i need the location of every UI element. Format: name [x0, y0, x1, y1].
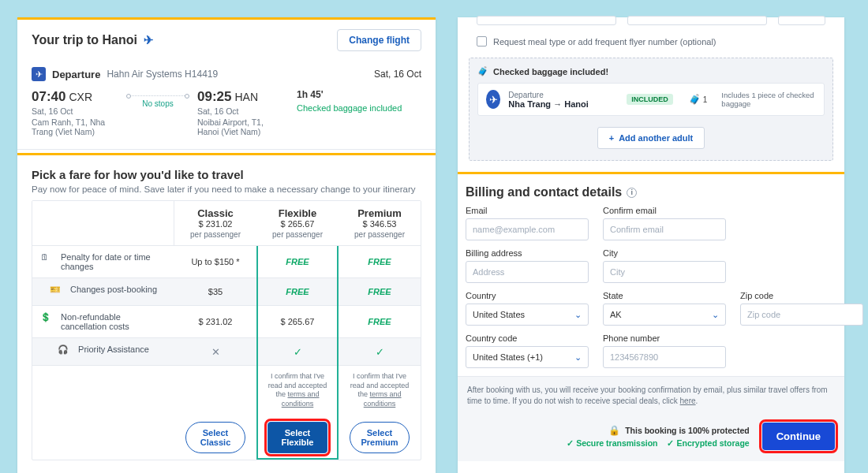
changes-classic: $35: [174, 278, 256, 306]
country-code-select[interactable]: United States (+1) ⌄: [466, 346, 589, 368]
add-adult-button[interactable]: +Add another adult: [597, 127, 705, 149]
billing-form: Email Confirm email Billing address City…: [458, 203, 844, 376]
email-label: Email: [466, 206, 589, 215]
meal-checkbox[interactable]: [477, 36, 487, 47]
baggage-card: ✈ Departure Nha Trang → Hanoi INCLUDED 🧳…: [477, 83, 825, 116]
check-icon: ✓: [667, 438, 674, 448]
cancel-premium: FREE: [339, 306, 421, 338]
baggage-dep-label: Departure: [508, 91, 619, 99]
baggage-included-label: Checked baggage included: [297, 103, 402, 113]
fare-col-classic: Classic $ 231.02 per passenger: [174, 201, 256, 246]
ticket-icon: 🎫: [50, 285, 64, 299]
lock-icon: 🔒: [608, 425, 620, 436]
dest-time: 09:25: [197, 89, 231, 105]
meal-option-label: Request meal type or add frequent flyer …: [493, 37, 716, 47]
chevron-down-icon: ⌄: [574, 310, 582, 320]
penalty-premium: FREE: [339, 246, 421, 278]
baggage-route: Nha Trang → Hanoi: [508, 99, 619, 109]
select-classic-button[interactable]: Select Classic: [185, 422, 245, 453]
luggage-icon: 🧳: [689, 94, 701, 105]
select-premium-button[interactable]: Select Premium: [350, 422, 410, 453]
state-select[interactable]: AK ⌄: [603, 304, 726, 326]
phone-label: Phone number: [603, 333, 726, 343]
calendar-icon: 🗓: [40, 252, 54, 266]
priority-classic: ✕: [174, 338, 256, 366]
premium-confirm-text: I confirm that I've read and accepted th…: [339, 366, 421, 415]
chevron-down-icon: ⌄: [574, 352, 582, 363]
country-select[interactable]: United States ⌄: [466, 304, 589, 326]
country-code-label: Country code: [466, 333, 589, 343]
billing-panel: Request meal type or add frequent flyer …: [458, 17, 844, 473]
city-label: City: [603, 248, 726, 258]
billing-address-input[interactable]: [466, 261, 589, 283]
changes-premium: FREE: [339, 278, 421, 306]
origin-date: Sat, 16 Oct: [32, 106, 118, 116]
check-icon: ✓: [294, 346, 302, 358]
email-input[interactable]: [466, 218, 589, 240]
cancel-classic: $ 231.02: [174, 306, 256, 338]
fare-subtext: Pay now for peace of mind. Save later if…: [32, 184, 421, 194]
change-flight-button[interactable]: Change flight: [337, 29, 421, 51]
no-stops-label: No stops: [126, 99, 189, 108]
state-label: State: [603, 291, 726, 300]
suitcase-icon: 🧳: [477, 66, 488, 76]
headset-icon: 🎧: [58, 345, 72, 359]
row-cancel: 💲 Non-refundable cancellation costs: [32, 306, 174, 338]
flight-date: Sat, 16 Oct: [374, 69, 421, 80]
penalty-flexible: FREE: [256, 246, 339, 278]
penalty-classic: Up to $150 *: [174, 246, 256, 278]
baggage-section: 🧳 Checked baggage included! ✈ Departure …: [469, 58, 833, 161]
cancel-flexible: $ 265.67: [256, 306, 339, 338]
collapsed-fields: [469, 16, 833, 25]
origin-code: CXR: [69, 91, 92, 103]
info-icon[interactable]: i: [627, 188, 637, 198]
origin-time: 07:40: [32, 89, 65, 105]
included-badge: INCLUDED: [627, 94, 673, 105]
zip-label: Zip code: [740, 291, 863, 300]
fare-heading: Pick a fare for how you'd like to travel: [32, 168, 421, 181]
priority-flexible: ✓: [256, 338, 339, 366]
duration: 1h 45': [297, 89, 402, 100]
chevron-down-icon: ⌄: [712, 310, 719, 320]
country-label: Country: [466, 291, 589, 300]
dest-code: HAN: [234, 91, 258, 103]
flight-code: Hahn Air Systems H14419: [107, 69, 218, 80]
dest-place: Noibai Airport, T1, Hanoi (Viet Nam): [197, 117, 284, 136]
booking-disclaimer: After booking with us, you will receive …: [458, 376, 844, 415]
row-priority: 🎧 Priority Assistance: [32, 338, 174, 366]
plus-icon: +: [609, 133, 614, 143]
fare-col-premium: Premium $ 346.53 per passenger: [339, 201, 421, 246]
check-icon: ✓: [567, 438, 574, 448]
billing-section-title: Billing and contact details: [466, 185, 622, 199]
origin-place: Cam Ranh, T1, Nha Trang (Viet Nam): [32, 117, 118, 136]
zip-input[interactable]: [740, 304, 863, 326]
confirm-email-label: Confirm email: [603, 206, 726, 215]
phone-input[interactable]: [603, 346, 726, 368]
luggage-count: 🧳 1: [689, 94, 708, 105]
baggage-heading: Checked baggage included!: [493, 67, 608, 76]
dest-date: Sat, 16 Oct: [197, 106, 284, 116]
origin-leg: 07:40CXR Sat, 16 Oct Cam Ranh, T1, Nha T…: [32, 89, 118, 136]
fare-col-flexible: Recommended Flexible $ 265.67 per passen…: [256, 201, 339, 246]
fare-table: Classic $ 231.02 per passenger Recommend…: [17, 200, 436, 473]
departure-label: Departure: [52, 69, 100, 80]
baggage-note: Includes 1 piece of checked baggage: [721, 91, 816, 108]
departure-icon: ✈: [32, 67, 46, 81]
check-icon: ✓: [376, 346, 384, 358]
trip-panel: Your trip to Hanoi ✈︎ Change flight ✈ De…: [17, 17, 436, 473]
row-changes: 🎫 Changes post-booking: [32, 278, 174, 306]
trip-title-text: Your trip to Hanoi: [32, 33, 137, 47]
protection-info: 🔒 This booking is 100% protected ✓Secure…: [567, 425, 750, 448]
priority-premium: ✓: [339, 338, 421, 366]
x-icon: ✕: [211, 346, 220, 358]
destination-leg: 09:25HAN Sat, 16 Oct Noibai Airport, T1,…: [197, 89, 284, 136]
row-penalty: 🗓 Penalty for date or time changes: [32, 246, 174, 278]
page-title: Your trip to Hanoi ✈︎: [32, 33, 154, 47]
select-flexible-button[interactable]: Select Flexible: [268, 422, 327, 453]
opt-out-link[interactable]: here: [680, 397, 696, 405]
confirm-email-input[interactable]: [603, 218, 726, 240]
continue-button[interactable]: Continue: [762, 423, 835, 450]
airline-logo-icon: ✈: [486, 90, 500, 109]
city-input[interactable]: [603, 261, 726, 283]
changes-flexible: FREE: [256, 278, 339, 306]
